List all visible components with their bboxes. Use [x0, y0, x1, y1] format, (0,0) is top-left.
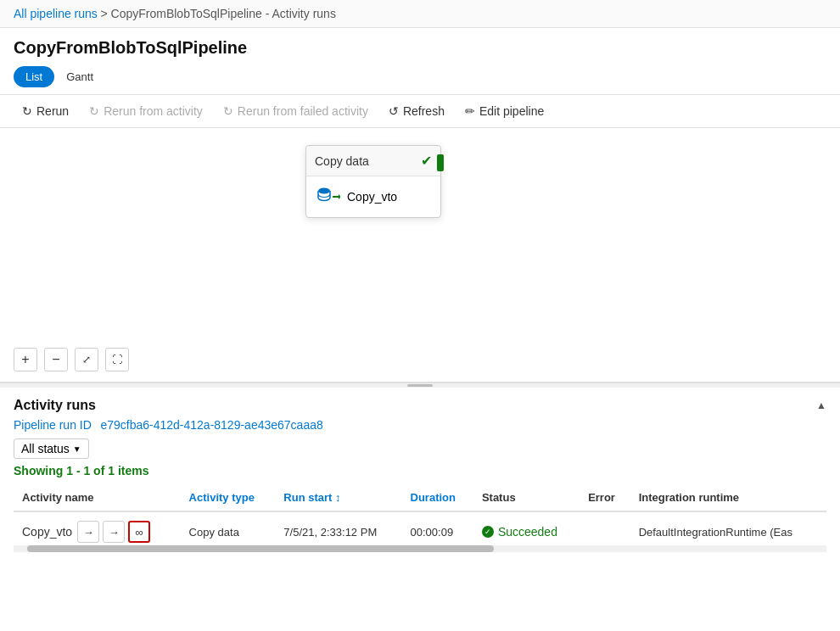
breadcrumb-separator: > — [100, 7, 110, 20]
toolbar: ↻ Rerun ↻ Rerun from activity ↻ Rerun fr… — [0, 94, 840, 128]
refresh-button[interactable]: ↺ Refresh — [380, 100, 453, 122]
status-label: Succeeded — [498, 525, 557, 539]
col-activity-name: Activity name — [14, 484, 181, 511]
pipeline-run-id-label: Pipeline run ID — [14, 418, 92, 432]
horizontal-scrollbar[interactable] — [14, 545, 826, 552]
node-check-icon: ✔ — [421, 153, 432, 169]
zoom-in-button[interactable]: + — [14, 348, 37, 371]
col-run-start[interactable]: Run start ↕ — [275, 484, 401, 511]
table-header-row: Activity name Activity type Run start ↕ … — [14, 484, 826, 511]
col-duration: Duration — [402, 484, 473, 511]
node-header-label: Copy data — [315, 154, 369, 168]
filter-bar: All status ▼ — [14, 438, 826, 459]
node-activity-name: Copy_vto — [347, 190, 397, 204]
col-status: Status — [473, 484, 580, 511]
copy-data-svg — [316, 185, 340, 209]
rerun-from-failed-button[interactable]: ↻ Rerun from failed activity — [215, 100, 377, 122]
section-title: Activity runs — [14, 398, 96, 413]
status-filter-dropdown[interactable]: All status ▼ — [14, 438, 89, 459]
collapse-button[interactable]: ▲ — [816, 399, 826, 411]
details-action-button[interactable]: ∞ — [128, 521, 150, 543]
chevron-down-icon: ▼ — [73, 444, 81, 454]
page-header: CopyFromBlobToSqlPipeline List Gantt — [0, 28, 840, 94]
pipeline-node-body[interactable]: Copy_vto — [306, 176, 440, 217]
db-icon — [316, 185, 340, 209]
showing-text: Showing 1 - 1 of 1 items — [14, 464, 826, 477]
tab-gantt[interactable]: Gantt — [54, 66, 105, 87]
edit-pipeline-button[interactable]: ✏ Edit pipeline — [456, 100, 552, 122]
status-success: ✓ Succeeded — [482, 525, 571, 539]
svg-point-0 — [318, 188, 330, 194]
output-action-button[interactable]: → — [103, 521, 125, 543]
section-header: Activity runs ▲ — [14, 398, 826, 413]
fit-button[interactable]: ⤢ — [75, 348, 98, 371]
pipeline-run-id-value: e79cfba6-412d-412a-8129-ae43e67caaa8 — [100, 418, 322, 432]
refresh-icon: ↺ — [389, 104, 399, 118]
expand-button[interactable]: ⛶ — [105, 348, 129, 371]
breadcrumb: All pipeline runs > CopyFromBlobToSqlPip… — [0, 0, 840, 28]
canvas-controls: + − ⤢ ⛶ — [14, 348, 129, 371]
input-action-button[interactable]: → — [77, 521, 99, 543]
resize-handle — [407, 384, 433, 387]
rerun-activity-icon: ↻ — [89, 104, 99, 118]
col-integration-runtime: Integration runtime — [630, 484, 826, 511]
edit-icon: ✏ — [465, 104, 475, 118]
status-filter-label: All status — [21, 442, 70, 455]
activity-name-value: Copy_vto — [22, 525, 72, 539]
pipeline-run-id-row: Pipeline run ID e79cfba6-412d-412a-8129-… — [14, 418, 826, 432]
breadcrumb-current: CopyFromBlobToSqlPipeline - Activity run… — [111, 7, 336, 20]
col-error: Error — [580, 484, 630, 511]
activity-runs-table: Activity name Activity type Run start ↕ … — [14, 484, 826, 552]
rerun-from-activity-button[interactable]: ↻ Rerun from activity — [81, 100, 211, 122]
row-actions: → → ∞ — [77, 521, 150, 543]
activity-runs-section: Activity runs ▲ Pipeline run ID e79cfba6… — [0, 388, 840, 552]
rerun-button[interactable]: ↻ Rerun — [14, 100, 77, 122]
scrollbar-thumb[interactable] — [27, 545, 494, 552]
node-status-bar — [437, 154, 444, 171]
breadcrumb-link[interactable]: All pipeline runs — [14, 7, 98, 20]
tab-bar: List Gantt — [14, 66, 826, 87]
rerun-icon: ↻ — [22, 104, 32, 118]
tab-list[interactable]: List — [14, 66, 54, 87]
page-title: CopyFromBlobToSqlPipeline — [14, 38, 826, 58]
rerun-failed-icon: ↻ — [223, 104, 233, 118]
svg-marker-2 — [339, 194, 340, 199]
status-dot: ✓ — [482, 526, 494, 538]
pipeline-node-header: Copy data ✔ — [306, 146, 440, 176]
pipeline-node: Copy data ✔ Copy_vto — [305, 145, 441, 218]
col-activity-type: Activity type — [181, 484, 276, 511]
zoom-out-button[interactable]: − — [44, 348, 68, 371]
canvas-area: Copy data ✔ Copy_vto + − ⤢ ⛶ — [0, 128, 840, 383]
